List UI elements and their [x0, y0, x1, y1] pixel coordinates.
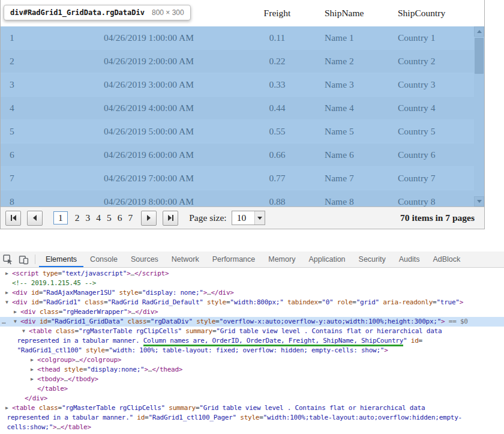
dom-tree-node[interactable]: ▶<script type="text/javascript">…</scrip…: [0, 432, 504, 433]
dom-tree-node[interactable]: ▶<thead style="display:none;">…</thead>: [0, 365, 504, 375]
first-page-button[interactable]: [5, 211, 21, 226]
code-token: style: [196, 318, 215, 325]
dom-tree-node[interactable]: represented in a tabular manner." id="Ra…: [0, 413, 504, 423]
dom-tree-node[interactable]: </div>: [0, 394, 504, 403]
page-number-button[interactable]: 5: [107, 212, 112, 223]
table-row[interactable]: 204/26/2019 2:00:00 AM0.22Name 2Country …: [1, 50, 474, 73]
pager-info: 70 items in 7 pages: [400, 212, 475, 223]
expand-arrow-icon[interactable]: ▶: [31, 355, 34, 365]
column-header-shipname[interactable]: ShipName: [310, 8, 381, 19]
collapse-arrow-icon[interactable]: ▼: [14, 317, 17, 327]
left-triangle-icon: [13, 215, 16, 221]
code-token: <div: [12, 298, 28, 306]
last-page-button[interactable]: [163, 211, 178, 226]
expand-arrow-icon[interactable]: ▶: [5, 403, 8, 413]
page: OrderIDOrderDateFreightShipNameShipCount…: [0, 0, 504, 434]
prev-page-button[interactable]: [27, 211, 43, 226]
collapse-arrow-icon[interactable]: ▼: [22, 327, 25, 336]
tab-security[interactable]: Security: [352, 252, 392, 267]
cell: Country 7: [381, 173, 474, 184]
page-number-list: 1234567: [52, 211, 133, 225]
tab-network[interactable]: Network: [165, 252, 206, 267]
page-size-dropdown[interactable]: 10: [232, 211, 265, 225]
tab-audits[interactable]: Audits: [392, 252, 427, 267]
dom-tree-node[interactable]: ▶<div id="RadAjaxManager1SU" style="disp…: [0, 288, 504, 298]
code-token: <script: [12, 433, 39, 433]
table-row[interactable]: 504/26/2019 5:00:00 AM0.55Name 5Country …: [1, 120, 474, 143]
dom-tree-node[interactable]: …▼<div id="RadGrid1_GridData" class="rgD…: [0, 317, 504, 327]
expand-arrow-icon[interactable]: ▶: [14, 307, 17, 317]
table-row[interactable]: 704/26/2019 7:00:00 AM0.77Name 7Country …: [1, 167, 474, 190]
table-row[interactable]: 104/26/2019 1:00:00 AM0.11Name 1Country …: [1, 26, 474, 50]
page-number-button[interactable]: 7: [128, 212, 133, 223]
dom-tree-node[interactable]: ▶<table class="rgMasterTable rgClipCells…: [0, 403, 504, 413]
page-number-button[interactable]: 4: [96, 212, 101, 223]
dom-tree-node[interactable]: cells:show;">…</table>: [0, 423, 504, 432]
dom-tree-node[interactable]: ▶<div class="rgHeaderWrapper">…</div>: [0, 307, 504, 317]
tab-memory[interactable]: Memory: [262, 252, 302, 267]
page-number-button[interactable]: 2: [75, 212, 80, 223]
code-token: summary: [185, 327, 212, 335]
scroll-up-button[interactable]: [474, 26, 484, 37]
device-toolbar-button[interactable]: [16, 252, 31, 267]
code-token: == $0: [445, 318, 467, 325]
collapse-arrow-icon[interactable]: ▼: [5, 298, 8, 307]
code-token: <div: [20, 308, 36, 316]
table-row[interactable]: 404/26/2019 4:00:00 AM0.44Name 4Country …: [1, 97, 474, 120]
data-grid: OrderIDOrderDateFreightShipNameShipCount…: [0, 0, 485, 229]
code-token: "true": [436, 298, 459, 306]
tab-console[interactable]: Console: [83, 252, 124, 267]
code-token: <thead: [37, 366, 60, 373]
cell: 4: [1, 103, 53, 113]
dropdown-arrow-icon[interactable]: [254, 211, 265, 225]
page-number-button[interactable]: 6: [118, 212, 122, 223]
code-token: class: [56, 327, 75, 335]
dom-tree-node[interactable]: "RadGrid1_ctl100" style="width: 100%; ta…: [0, 346, 504, 355]
expand-arrow-icon[interactable]: ▶: [5, 288, 8, 298]
dom-tree-node[interactable]: ▼<div id="RadGrid1" class="RadGrid RadGr…: [0, 298, 504, 307]
code-token: "RadGrid1_ctl100_Pager": [148, 414, 236, 421]
dom-tree-node[interactable]: represented in a tabular manner. Column …: [0, 336, 504, 346]
tab-application[interactable]: Application: [302, 252, 352, 267]
current-page-button[interactable]: 1: [53, 211, 68, 225]
tab-sources[interactable]: Sources: [124, 252, 165, 267]
expand-arrow-icon[interactable]: ▶: [31, 375, 34, 384]
expand-arrow-icon[interactable]: ▶: [31, 365, 34, 375]
dom-tree-node[interactable]: ▼<table class="rgMasterTable rgClipCells…: [0, 327, 504, 336]
tab-adblock[interactable]: AdBlock: [426, 252, 467, 267]
column-header-freight[interactable]: Freight: [244, 8, 310, 19]
code-token: <div: [12, 289, 28, 297]
expand-arrow-icon[interactable]: ▶: [5, 269, 8, 279]
code-token: class: [39, 404, 58, 412]
dom-tree-node[interactable]: ▶<tbody>…</tbody>: [0, 375, 504, 384]
cell: Name 1: [310, 32, 381, 43]
devtools-panel: ElementsConsoleSourcesNetworkPerformance…: [0, 252, 504, 434]
scrollbar-thumb[interactable]: [475, 38, 484, 74]
inspect-element-button[interactable]: [0, 252, 16, 267]
dom-tree-node[interactable]: <!-- 2019.1.215.45 -->: [0, 279, 504, 288]
code-token: <!-- 2019.1.215.45 -->: [12, 279, 96, 287]
code-token: type: [43, 270, 58, 277]
table-row[interactable]: 804/26/2019 8:00:00 AM0.88Name 8Country …: [1, 190, 474, 206]
table-row[interactable]: 604/26/2019 6:00:00 AM0.66Name 6Country …: [1, 143, 474, 167]
vertical-scrollbar[interactable]: [474, 26, 484, 206]
tab-elements[interactable]: Elements: [39, 252, 83, 267]
dom-tree-node[interactable]: </table>: [0, 384, 504, 394]
expand-arrow-icon[interactable]: ▶: [5, 432, 8, 433]
grid-rows: 104/26/2019 1:00:00 AM0.11Name 1Country …: [1, 26, 474, 206]
page-size-label: Page size:: [189, 212, 226, 223]
code-token: "width:800px;": [230, 298, 283, 306]
dom-tree-node[interactable]: ▶<script type="text/javascript">…</scrip…: [0, 269, 504, 279]
dom-tree-node[interactable]: ▶<colgroup>…</colgroup>: [0, 355, 504, 365]
page-number-button[interactable]: 3: [86, 212, 91, 223]
tab-performance[interactable]: Performance: [206, 252, 262, 267]
cell: 5: [1, 126, 53, 137]
column-header-shipcountry[interactable]: ShipCountry: [381, 8, 474, 19]
cell: 3: [1, 79, 53, 90]
scroll-down-button[interactable]: [474, 196, 484, 206]
code-token: <table: [29, 327, 52, 335]
selected-node-ellipsis[interactable]: …: [2, 317, 5, 327]
next-page-button[interactable]: [141, 211, 157, 226]
code-token: tabindex: [287, 298, 318, 306]
table-row[interactable]: 304/26/2019 3:00:00 AM0.33Name 3Country …: [1, 73, 474, 97]
